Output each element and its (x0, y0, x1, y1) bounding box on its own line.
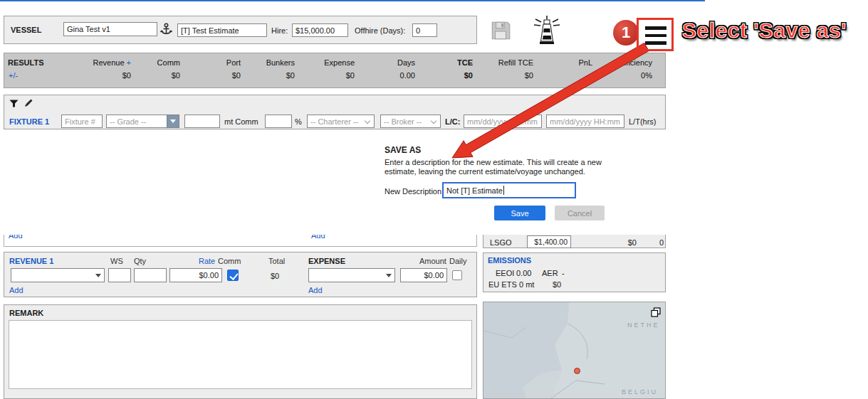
results-col-label: Refill TCE (498, 58, 533, 67)
results-col-value: $0 (303, 71, 355, 80)
hamburger-bar (645, 26, 666, 30)
fixture-title: FIXTURE 1 (9, 117, 49, 126)
results-column-refill-tce: Refill TCE $0 (478, 58, 533, 80)
revenue-comm-checkbox[interactable] (227, 270, 239, 281)
dialog-description-line1: Enter a description for the new estimate… (385, 158, 602, 166)
dialog-title: SAVE AS (385, 145, 421, 155)
ws-input[interactable] (108, 268, 131, 282)
mt-comm-label: mt Comm (224, 117, 258, 126)
results-col-label: PnL (578, 58, 592, 67)
laycan-to-input[interactable]: mm/dd/yyyy HH:mm (546, 115, 624, 128)
eu-ets-qty: 0 mt (519, 280, 534, 289)
vessel-position-marker[interactable] (574, 368, 580, 374)
results-column-efficiency: Efficiency 0% (595, 58, 652, 80)
chevron-down-icon (365, 118, 370, 124)
charterer-select[interactable]: -- Charterer -- (307, 115, 375, 128)
emissions-panel: EMISSIONS EEOI 0.00 AER - EU ETS 0 mt $0 (483, 252, 666, 292)
broker-select[interactable]: -- Broker -- (380, 115, 441, 128)
results-column-expense: Expense $0 (303, 58, 355, 80)
rate-value: $0.00 (199, 271, 219, 280)
eu-ets-cost: $0 (553, 280, 561, 289)
comm-percent-input[interactable] (265, 115, 292, 128)
expense-amount-value: $0.00 (424, 271, 444, 280)
text-cursor (503, 186, 504, 195)
aer-label: AER (542, 269, 558, 277)
map-label-belgium: BELGIU (622, 388, 658, 395)
grade-select[interactable]: -- Grade -- (106, 115, 179, 128)
total-header: Total (268, 257, 285, 265)
hire-value: $15,000.00 (296, 26, 335, 35)
estimate-name-value: [T] Test Estimate (181, 26, 239, 35)
hire-input[interactable]: $15,000.00 (292, 23, 348, 37)
results-column-pnl: PnL (537, 58, 592, 71)
bunker-grade-label: LSGO (490, 238, 512, 247)
emissions-title: EMISSIONS (488, 256, 531, 265)
fixture-number-input[interactable]: Fixture # (61, 115, 103, 128)
percent-label: % (295, 117, 302, 126)
eeoi-value: 0.00 (516, 269, 531, 277)
map-expand-icon[interactable] (650, 307, 662, 319)
amount-header: Amount (419, 257, 446, 265)
new-description-input[interactable]: Not [T] Estimate (442, 182, 576, 198)
results-title: RESULTS (8, 58, 44, 67)
results-col-label: Days (397, 58, 415, 67)
results-col-value: $0 (68, 71, 131, 80)
lighthouse-icon[interactable] (533, 15, 560, 46)
comm-header: Comm (218, 257, 241, 265)
fixture-bar: FIXTURE 1 Fixture # -- Grade -- mt Comm … (4, 95, 666, 129)
offhire-input[interactable]: 0 (412, 23, 437, 37)
results-column-tce: TCE $0 (424, 58, 473, 80)
save-icon[interactable] (489, 19, 512, 43)
revenue-add-link[interactable]: Add (9, 286, 23, 294)
new-description-value: Not [T] Estimate (446, 186, 503, 195)
menu-hamburger-icon[interactable] (645, 26, 666, 46)
remark-textarea[interactable] (9, 320, 472, 389)
edit-pencil-icon[interactable] (23, 98, 33, 110)
filter-icon[interactable] (9, 100, 19, 109)
hamburger-bar (645, 41, 666, 45)
map-canvas[interactable] (483, 302, 665, 398)
estimate-name-input[interactable]: [T] Test Estimate (177, 23, 267, 37)
chevron-down-icon (386, 274, 392, 277)
expense-daily-checkbox[interactable] (452, 270, 462, 280)
cargo-qty-input[interactable] (184, 115, 220, 128)
results-plus-minus-toggle[interactable]: +/- (9, 71, 18, 80)
expense-type-select[interactable] (308, 268, 395, 282)
expense-title: EXPENSE (308, 257, 345, 265)
anchor-icon[interactable] (160, 23, 172, 38)
vessel-label: VESSEL (11, 26, 41, 34)
save-as-dialog: SAVE AS Enter a description for the new … (0, 129, 705, 235)
offhire-label: Offhire (Days): (355, 26, 405, 35)
results-col-label: Revenue (93, 58, 125, 67)
rate-header-link[interactable]: Rate (199, 257, 215, 265)
map-label-netherlands: NETHE (627, 321, 660, 329)
cancel-button[interactable]: Cancel (555, 206, 605, 220)
laycan-from-input[interactable]: mm/dd/yyyy HH:mm (464, 115, 542, 128)
results-col-value: 0% (595, 71, 652, 80)
grade-dropdown-button[interactable] (167, 115, 179, 127)
charterer-placeholder: -- Charterer -- (310, 117, 358, 126)
vessel-name-input[interactable]: Gina Test v1 (63, 22, 157, 36)
bunker-price-input[interactable]: $1,400.00 (527, 235, 571, 248)
qty-input[interactable] (134, 268, 167, 282)
map-panel[interactable]: NETHE BELGIU (483, 302, 666, 399)
ws-header: WS (110, 257, 123, 265)
dialog-description-line2: estimate, leaving the current estimate/v… (385, 167, 585, 176)
bunker-qty-value: 0 (652, 238, 664, 247)
laycan-label: L/C: (445, 117, 460, 126)
remark-panel: REMARK (4, 304, 477, 399)
rate-input[interactable]: $0.00 (169, 268, 222, 282)
new-description-label: New Description (385, 187, 441, 196)
revenue-type-select[interactable] (11, 268, 105, 282)
save-button[interactable]: Save (494, 206, 545, 220)
results-col-value: $0 (136, 71, 180, 80)
top-accent-line (0, 0, 705, 1)
expense-amount-input[interactable]: $0.00 (400, 268, 447, 282)
vessel-name-value: Gina Test v1 (67, 25, 110, 33)
revenue-title: REVENUE 1 (9, 257, 53, 265)
broker-placeholder: -- Broker -- (384, 117, 422, 126)
revenue-plus-link[interactable]: + (127, 58, 131, 67)
expense-add-link[interactable]: Add (308, 286, 323, 294)
results-col-value: $0 (246, 71, 295, 80)
aer-value: - (562, 269, 565, 277)
